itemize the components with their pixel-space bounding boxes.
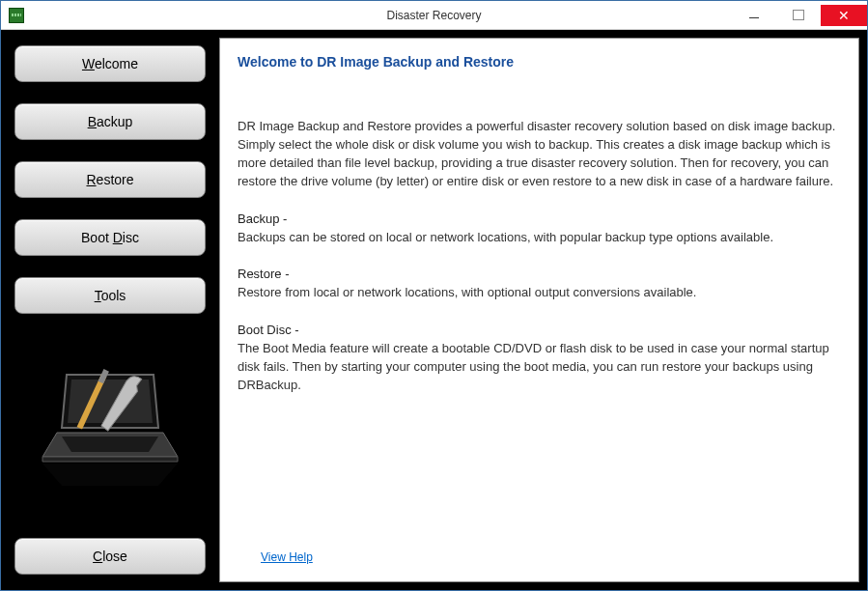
app-window: Disaster Recovery ✕ Welcome Backup Resto… (0, 0, 868, 591)
window-controls: ✕ (732, 5, 867, 26)
backup-label: Backup - (238, 211, 841, 229)
bootdisc-label: Boot Disc - (238, 322, 841, 340)
intro-text: DR Image Backup and Restore provides a p… (238, 118, 841, 190)
svg-marker-2 (62, 436, 158, 452)
close-button[interactable]: Close (14, 538, 206, 575)
backup-text: Backups can be stored on local or networ… (238, 229, 841, 247)
restore-label: Restore - (238, 266, 841, 284)
bootdisc-text: The Boot Media feature will create a boo… (238, 340, 841, 395)
nav-label: Restore (86, 172, 133, 187)
titlebar: Disaster Recovery ✕ (1, 1, 867, 30)
backup-section: Backup - Backups can be stored on local … (238, 211, 841, 247)
laptop-tools-icon (33, 365, 187, 491)
maximize-button[interactable] (776, 5, 821, 26)
nav-label: Backup (88, 114, 133, 129)
restore-button[interactable]: Restore (14, 161, 206, 198)
content-heading: Welcome to DR Image Backup and Restore (238, 52, 841, 71)
nav-label: Boot Disc (81, 230, 139, 245)
sidebar-illustration (14, 345, 206, 511)
boot-disc-button[interactable]: Boot Disc (14, 219, 206, 256)
close-window-button[interactable]: ✕ (821, 5, 867, 26)
svg-marker-5 (42, 464, 178, 486)
nav-label: Close (93, 549, 127, 564)
minimize-button[interactable] (732, 5, 776, 26)
svg-marker-1 (42, 457, 178, 462)
close-icon: ✕ (838, 9, 850, 22)
bootdisc-section: Boot Disc - The Boot Media feature will … (238, 322, 841, 394)
welcome-button[interactable]: Welcome (14, 45, 206, 82)
view-help-link[interactable]: View Help (261, 549, 313, 566)
restore-section: Restore - Restore from local or network … (238, 266, 841, 302)
app-icon (9, 8, 24, 23)
backup-button[interactable]: Backup (14, 103, 206, 140)
content-panel: Welcome to DR Image Backup and Restore D… (219, 38, 859, 582)
nav-label: Welcome (82, 56, 138, 71)
nav-label: Tools (95, 288, 126, 303)
app-body: Welcome Backup Restore Boot Disc Tools (1, 30, 867, 590)
tools-button[interactable]: Tools (14, 277, 206, 314)
sidebar: Welcome Backup Restore Boot Disc Tools (9, 38, 211, 582)
restore-text: Restore from local or network locations,… (238, 284, 841, 302)
